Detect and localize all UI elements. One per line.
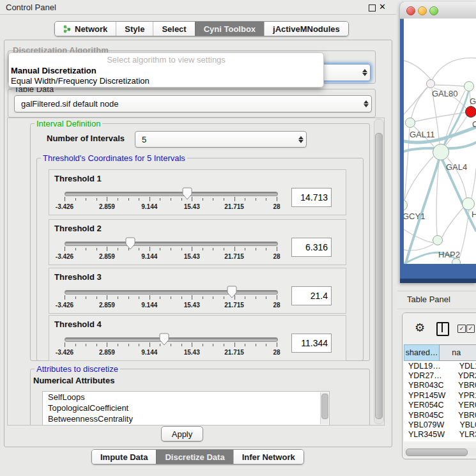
table-row[interactable]: YBR045CYBR0 <box>404 410 476 420</box>
table-row[interactable]: YER054CYER0 <box>404 401 476 410</box>
number-of-intervals-combobox[interactable]: 5 <box>135 131 307 148</box>
apply-button[interactable]: Apply <box>161 426 203 441</box>
slider-track[interactable] <box>65 290 278 295</box>
popup-option-manual-discretization[interactable]: Manual Discretization <box>11 66 96 75</box>
columns-icon[interactable] <box>436 322 449 336</box>
slider-ticks <box>65 342 277 348</box>
threshold-slider[interactable]: -3.4262.8599.14415.4321.71528 <box>65 187 277 213</box>
combo-arrows-icon <box>360 69 370 76</box>
zoom-traffic-light[interactable] <box>429 6 438 15</box>
network-node-topgreen[interactable] <box>464 81 474 91</box>
slider-track[interactable] <box>65 242 278 246</box>
tab-select[interactable]: Select <box>153 22 194 36</box>
attribute-list-item[interactable]: TopologicalCoefficient <box>43 403 329 413</box>
float-window-icon[interactable] <box>369 4 376 12</box>
cell-shared-name: YDR27… <box>404 371 452 380</box>
table-hscrollbar-thumb[interactable] <box>406 449 468 456</box>
settings-scrollbar-thumb[interactable] <box>375 133 383 419</box>
table-row[interactable]: YIL053CYIL0 <box>404 440 476 441</box>
algorithm-dropdown-popup: Select algorithm to view settings Manual… <box>8 52 324 88</box>
table-row[interactable]: YBL079WYBL0 <box>404 420 476 429</box>
slider-thumb[interactable] <box>159 333 169 346</box>
number-of-intervals-label: Number of Intervals <box>47 134 125 143</box>
network-window-titlebar[interactable] <box>400 2 476 19</box>
table-data-combobox[interactable]: galFiltered.sif default node <box>14 95 372 112</box>
column-header-name[interactable]: na <box>439 344 476 361</box>
cell-shared-name: YDL19… <box>404 362 454 371</box>
network-node-label: H <box>472 210 476 219</box>
threshold-slider[interactable]: -3.4262.8599.14415.4321.71528 <box>65 332 277 359</box>
network-node-bottomnode[interactable] <box>452 258 461 264</box>
checkbox-icon[interactable]: ✓ <box>457 325 466 333</box>
network-node-gal4[interactable] <box>433 144 449 160</box>
minimize-traffic-light[interactable] <box>418 6 427 15</box>
network-node-hap2[interactable] <box>433 235 443 245</box>
close-icon[interactable]: ✕ <box>379 2 386 12</box>
settings-gear-icon[interactable]: ⚙ <box>415 321 425 335</box>
table-panel-container: ⚙ ✓ ✓ shared… na YDL19…YDL1YDR27…YDR2YBR… <box>402 312 476 459</box>
table-row[interactable]: YLR345WYLR3 <box>404 430 476 440</box>
network-node-rednode[interactable] <box>465 106 476 118</box>
network-canvas[interactable]: GAL80GACGAL11GAL4GCY1HHAP2 <box>404 19 476 264</box>
table-row[interactable]: YPR145WYPR1 <box>404 390 476 400</box>
network-node-hnode[interactable] <box>462 197 475 210</box>
combo-arrows-icon <box>296 136 306 143</box>
settings-vertical-scrollbar[interactable] <box>374 119 384 424</box>
tab-style[interactable]: Style <box>116 22 153 36</box>
numerical-attributes-list[interactable]: SelfLoopsTopologicalCoefficientBetweenne… <box>42 391 330 426</box>
slider-tick-labels: -3.4262.8599.14415.4321.71528 <box>65 302 277 309</box>
attributes-group-label: Attributes to discretize <box>35 364 120 374</box>
threshold-value-field[interactable] <box>291 286 332 305</box>
threshold-value-field[interactable] <box>291 188 332 207</box>
tab-jactivemnodules[interactable]: jActiveMNodules <box>264 22 348 36</box>
attributes-list-scrollbar[interactable] <box>320 392 328 424</box>
column-header-shared-name[interactable]: shared… <box>404 344 439 361</box>
checkbox-icon[interactable]: ✓ <box>466 325 475 333</box>
attributes-scrollbar-thumb[interactable] <box>321 394 328 419</box>
table-row[interactable]: YDR27…YDR2 <box>404 371 476 380</box>
attribute-list-item[interactable]: BetweennessCentrality <box>43 413 329 424</box>
threshold-slider[interactable]: -3.4262.8599.14415.4321.71528 <box>65 285 277 312</box>
slider-tick-labels: -3.4262.8599.14415.4321.71528 <box>65 349 277 357</box>
attribute-list-item[interactable]: SelfLoops <box>43 392 329 403</box>
network-node-gal11[interactable] <box>405 118 415 128</box>
threshold-value-field[interactable] <box>291 238 332 257</box>
slider-thumb[interactable] <box>182 187 192 200</box>
slider-thumb[interactable] <box>125 237 135 250</box>
close-traffic-light[interactable] <box>406 6 415 15</box>
tab-network[interactable]: Network <box>55 22 116 36</box>
table-header-row: shared… na <box>404 344 476 361</box>
popup-option-equal-width-frequency[interactable]: Equal Width/Frequency Discretization <box>11 76 150 86</box>
threshold-slider[interactable]: -3.4262.8599.14415.4321.71528 <box>65 236 277 263</box>
slider-tick-labels: -3.4262.8599.14415.4321.71528 <box>65 203 277 211</box>
table-horizontal-scrollbar[interactable] <box>404 448 476 456</box>
cell-name: YIL0 <box>457 440 476 441</box>
network-node-label: GAL4 <box>446 162 467 172</box>
tab-label: Style <box>125 24 144 34</box>
slider-thumb[interactable] <box>227 286 237 298</box>
cell-shared-name: YPR145W <box>404 391 452 400</box>
cell-shared-name: YIL053C <box>404 440 457 441</box>
tab-discretize-data[interactable]: Discretize Data <box>156 450 233 464</box>
network-node-label: GCY1 <box>404 211 425 221</box>
slider-track[interactable] <box>65 337 278 342</box>
attributes-group: Attributes to discretize Numerical Attri… <box>30 369 370 426</box>
tab-impute-data[interactable]: Impute Data <box>92 450 156 464</box>
network-node-gal80[interactable] <box>426 79 435 88</box>
slider-ticks <box>65 197 277 203</box>
tab-cyni-toolbox[interactable]: Cyni Toolbox <box>195 22 264 36</box>
cell-name: YDL1 <box>454 362 476 371</box>
network-node-label: GA <box>470 96 476 106</box>
table-row[interactable]: YBR043CYBR0 <box>404 381 476 390</box>
threshold-value-field[interactable] <box>291 334 332 353</box>
cell-name: YLR3 <box>454 430 476 439</box>
thresholds-coordinates-label: Threshold's Coordinates for 5 Intervals <box>41 153 187 163</box>
cell-shared-name: YBR043C <box>404 381 452 390</box>
table-row[interactable]: YDL19…YDL1 <box>404 361 476 371</box>
slider-track[interactable] <box>65 192 278 196</box>
algorithm-combobox[interactable] <box>319 64 371 81</box>
top-tab-bar: NetworkStyleSelectCyni ToolboxjActiveMNo… <box>54 21 349 36</box>
tab-infer-network[interactable]: Infer Network <box>233 450 303 464</box>
cell-shared-name: YBL079W <box>404 420 454 429</box>
cell-name: YDR2 <box>452 371 476 380</box>
